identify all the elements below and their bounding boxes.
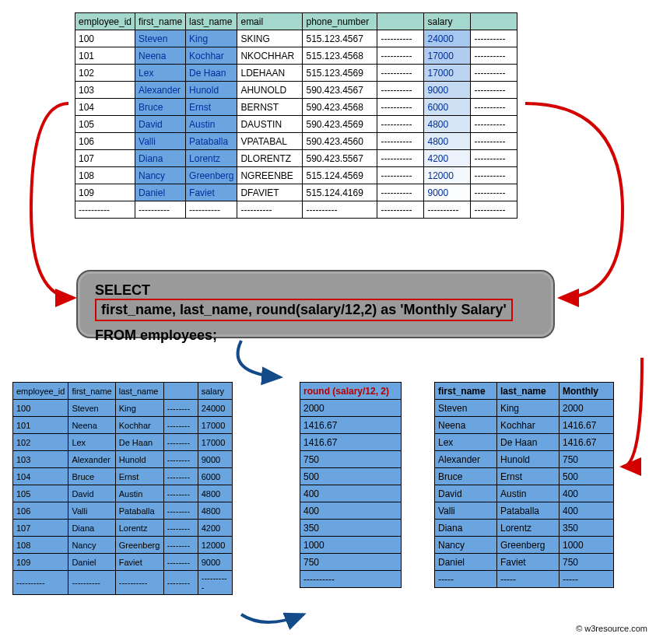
table-row: DavidAustin400: [435, 485, 614, 502]
table-header-row: first_name last_name Monthly: [435, 383, 614, 400]
table-row: 1000: [300, 537, 402, 554]
col-extra2: [471, 13, 517, 30]
col-extra1: [377, 13, 424, 30]
table-row: 400: [300, 485, 402, 502]
table-row: 750: [300, 451, 402, 468]
table-header-row: round (salary/12, 2): [300, 383, 402, 400]
table-row: 103AlexanderHunold--------9000: [13, 451, 233, 468]
col-first-name: first_name: [135, 13, 186, 30]
table-row: ---------------: [435, 571, 614, 588]
table-header-row: employee_id first_name last_name salary: [13, 383, 233, 400]
arrow-top-right-to-sql: [525, 103, 623, 298]
table-row: 2000: [300, 400, 402, 417]
table-row: ValliPataballa400: [435, 502, 614, 520]
table-row: 101NeenaKochharNKOCHHAR515.123.4568-----…: [75, 47, 517, 65]
col-phone: phone_number: [303, 13, 377, 30]
table-row: NancyGreenberg1000: [435, 537, 614, 554]
table-row: DanielFaviet750: [435, 554, 614, 571]
sql-query-box: SELECT first_name, last_name, round(sala…: [76, 270, 555, 338]
diagram-canvas: employee_id first_name last_name email p…: [8, 8, 655, 636]
table-row: BruceErnst500: [435, 468, 614, 485]
table-row: 102LexDe Haan--------17000: [13, 434, 233, 451]
table-row: 105DavidAustin--------4800: [13, 485, 233, 502]
table-row: 1416.67: [300, 417, 402, 434]
table-row: 750: [300, 554, 402, 571]
col-salary: salary: [424, 13, 471, 30]
table-row: 108NancyGreenbergNGREENBE515.124.4569---…: [75, 167, 517, 184]
arrow-salary-to-round: [241, 614, 303, 622]
table-row: 105DavidAustinDAUSTIN590.423.4569-------…: [75, 116, 517, 133]
intermediate-table: employee_id first_name last_name salary …: [12, 382, 233, 595]
table-row: 107DianaLorentzDLORENTZ590.423.5567-----…: [75, 150, 517, 167]
table-row: NeenaKochhar1416.67: [435, 417, 614, 434]
table-row: 104BruceErnstBERNST590.423.4568---------…: [75, 99, 517, 116]
copyright-text: © w3resource.com: [576, 624, 647, 633]
table-row: 108NancyGreenberg--------12000: [13, 537, 233, 554]
table-row: 107DianaLorentz--------4200: [13, 520, 233, 537]
sql-select-clause: first_name, last_name, round(salary/12,2…: [95, 299, 513, 321]
col-last-name: last_name: [186, 13, 237, 30]
arrow-top-left-to-sql: [31, 103, 74, 298]
table-row: 103AlexanderHunoldAHUNOLD590.423.4567---…: [75, 82, 517, 99]
table-row: 100StevenKing--------24000: [13, 400, 233, 417]
table-row: 101NeenaKochhar--------17000: [13, 417, 233, 434]
result-table: first_name last_name Monthly StevenKing2…: [434, 382, 614, 588]
table-row: ----------------------------------------…: [13, 571, 233, 595]
table-row: LexDe Haan1416.67: [435, 434, 614, 451]
table-row: 400: [300, 502, 402, 520]
table-row: 350: [300, 520, 402, 537]
table-row: AlexanderHunold750: [435, 451, 614, 468]
arrow-sql-to-mid: [238, 341, 280, 377]
table-row: 100StevenKingSKING515.123.4567----------…: [75, 30, 517, 47]
table-row: 106ValliPataballa--------4800: [13, 502, 233, 520]
table-row: DianaLorentz350: [435, 520, 614, 537]
table-row: 109DanielFavietDFAVIET515.124.4169------…: [75, 184, 517, 201]
table-row: 106ValliPataballaVPATABAL590.423.4560---…: [75, 133, 517, 150]
table-row: StevenKing2000: [435, 400, 614, 417]
table-row: ----------------------------------------…: [75, 201, 517, 219]
table-row: 104BruceErnst--------6000: [13, 468, 233, 485]
arrow-to-result: [623, 358, 642, 467]
sql-line-1: SELECT first_name, last_name, round(sala…: [95, 282, 541, 321]
table-row: 1416.67: [300, 434, 402, 451]
employees-table: employee_id first_name last_name email p…: [75, 12, 517, 219]
computed-column-table: round (salary/12, 2) 2000 1416.67 1416.6…: [300, 382, 402, 588]
sql-from-clause: FROM employees;: [95, 327, 541, 344]
table-row: 500: [300, 468, 402, 485]
sql-select-keyword: SELECT: [95, 282, 150, 298]
col-email: email: [237, 13, 303, 30]
table-row: 109DanielFaviet--------9000: [13, 554, 233, 571]
table-row: ----------: [300, 571, 402, 588]
table-header-row: employee_id first_name last_name email p…: [75, 13, 517, 30]
col-employee-id: employee_id: [75, 13, 135, 30]
table-row: 102LexDe HaanLDEHAAN515.123.4569--------…: [75, 65, 517, 82]
